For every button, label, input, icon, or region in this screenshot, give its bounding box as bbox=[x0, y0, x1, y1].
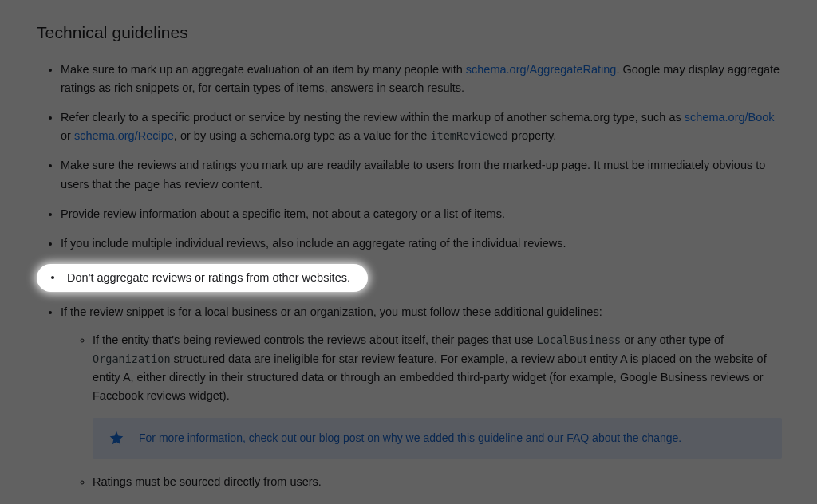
list-item-text: Don't aggregate reviews or ratings from … bbox=[67, 271, 350, 284]
list-item-text: or bbox=[61, 129, 74, 142]
code-organization: Organization bbox=[93, 352, 171, 365]
list-item-text: or any other type of bbox=[621, 333, 724, 346]
note-text-part: For more information, check out our bbox=[139, 431, 319, 444]
list-item: Make sure the reviews and ratings you ma… bbox=[61, 156, 785, 193]
list-item-text: Make sure the reviews and ratings you ma… bbox=[61, 159, 765, 190]
code-localbusiness: LocalBusiness bbox=[537, 333, 622, 346]
list-item: Ratings must be sourced directly from us… bbox=[93, 473, 782, 491]
list-item: If the review snippet is for a local bus… bbox=[61, 303, 785, 504]
list-item-text: Refer clearly to a specific product or s… bbox=[61, 111, 685, 124]
list-item: If the entity that's being reviewed cont… bbox=[93, 331, 782, 458]
guidelines-list: Make sure to mark up an aggregate evalua… bbox=[37, 61, 785, 504]
list-item-text: structured data are ineligible for star … bbox=[93, 352, 767, 402]
note-text-part: and our bbox=[523, 431, 566, 444]
code-itemreviewed: itemReviewed bbox=[430, 129, 508, 142]
note-text-part: . bbox=[678, 431, 681, 444]
note-text: For more information, check out our blog… bbox=[139, 429, 681, 447]
highlight-capsule: Don't aggregate reviews or ratings from … bbox=[37, 264, 368, 292]
list-item-text: If the review snippet is for a local bus… bbox=[61, 305, 602, 318]
list-item-text: , or by using a schema.org type as a val… bbox=[174, 129, 431, 142]
list-item-text: Provide review information about a speci… bbox=[61, 207, 505, 220]
list-item-text: If the entity that's being reviewed cont… bbox=[93, 333, 537, 346]
link-schema-recipe[interactable]: schema.org/Recipe bbox=[74, 129, 174, 142]
link-aggregate-rating[interactable]: schema.org/AggregateRating bbox=[466, 63, 617, 76]
list-item: Provide review information about a speci… bbox=[61, 205, 785, 223]
list-item: Make sure to mark up an aggregate evalua… bbox=[61, 61, 785, 97]
link-blog-post[interactable]: blog post on why we added this guideline bbox=[319, 431, 523, 444]
link-schema-book[interactable]: schema.org/Book bbox=[685, 111, 775, 124]
list-item-text: property. bbox=[508, 129, 556, 142]
list-item: If you include multiple individual revie… bbox=[61, 234, 785, 253]
list-item: Refer clearly to a specific product or s… bbox=[61, 108, 785, 145]
list-item-text: Make sure to mark up an aggregate evalua… bbox=[61, 63, 466, 76]
list-item-highlighted: Don't aggregate reviews or ratings from … bbox=[61, 264, 785, 292]
list-item-text: Ratings must be sourced directly from us… bbox=[93, 475, 322, 488]
star-icon bbox=[109, 430, 124, 446]
section-heading: Technical guidelines bbox=[37, 19, 785, 46]
link-faq[interactable]: FAQ about the change bbox=[566, 431, 678, 444]
page-root: Technical guidelines Make sure to mark u… bbox=[0, 0, 817, 504]
list-item-text: If you include multiple individual revie… bbox=[61, 237, 566, 250]
nested-list: If the entity that's being reviewed cont… bbox=[61, 331, 782, 504]
info-note: For more information, check out our blog… bbox=[93, 418, 782, 458]
